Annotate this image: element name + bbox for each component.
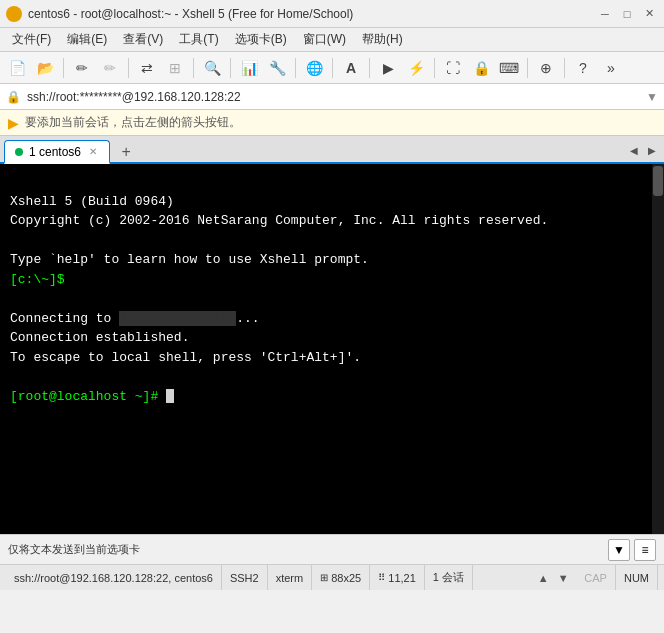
status-menu-button[interactable]: ≡ xyxy=(634,539,656,561)
bottom-position: ⠿ 11,21 xyxy=(370,565,425,590)
edit-button[interactable]: ✏ xyxy=(69,56,95,80)
maximize-button[interactable]: □ xyxy=(618,5,636,23)
lock-icon: 🔒 xyxy=(6,90,21,104)
help-button[interactable]: ? xyxy=(570,56,596,80)
terminal-wrapper: Xshell 5 (Build 0964) Copyright (c) 2002… xyxy=(0,164,664,534)
scroll-thumb xyxy=(653,166,663,196)
toolbar-btn-3[interactable]: ✏ xyxy=(97,56,123,80)
menu-tab[interactable]: 选项卡(B) xyxy=(227,29,295,50)
find-button[interactable]: 🔍 xyxy=(199,56,225,80)
zoomin-button[interactable]: ⊕ xyxy=(533,56,559,80)
bottom-arrows: ▲ ▼ xyxy=(534,569,572,587)
status-dropdown-button[interactable]: ▼ xyxy=(608,539,630,561)
connect-button[interactable]: ⚡ xyxy=(403,56,429,80)
menu-window[interactable]: 窗口(W) xyxy=(295,29,354,50)
bottom-protocol: SSH2 xyxy=(222,565,268,590)
tab-centos6[interactable]: 1 centos6 ✕ xyxy=(4,140,110,164)
window-title: centos6 - root@localhost:~ - Xshell 5 (F… xyxy=(28,7,596,21)
toolbar-separator-3 xyxy=(193,58,194,78)
toolbar-separator-10 xyxy=(564,58,565,78)
lock-button[interactable]: 🔒 xyxy=(468,56,494,80)
more-button[interactable]: » xyxy=(598,56,624,80)
bottom-numlock: NUM xyxy=(616,565,658,590)
terminal-cursor xyxy=(166,389,174,403)
web-button[interactable]: 🌐 xyxy=(301,56,327,80)
close-button[interactable]: ✕ xyxy=(640,5,658,23)
bottom-down-button[interactable]: ▼ xyxy=(554,569,572,587)
toolbar-separator-2 xyxy=(128,58,129,78)
status-text: 仅将文本发送到当前选项卡 xyxy=(8,542,604,557)
bottom-sessions: 1 会话 xyxy=(425,565,473,590)
tab-nav: ◀ ▶ xyxy=(626,142,660,158)
toolbar-separator-6 xyxy=(332,58,333,78)
address-dropdown-arrow[interactable]: ▼ xyxy=(646,90,658,104)
bottom-bar: ssh://root@192.168.120.128:22, centos6 S… xyxy=(0,564,664,590)
menu-tools[interactable]: 工具(T) xyxy=(171,29,226,50)
menu-file[interactable]: 文件(F) xyxy=(4,29,59,50)
font-button[interactable]: A xyxy=(338,56,364,80)
info-bar: ▶ 要添加当前会话，点击左侧的箭头按钮。 xyxy=(0,110,664,136)
terminal-scrollbar[interactable] xyxy=(652,164,664,534)
tab-next-button[interactable]: ▶ xyxy=(644,142,660,158)
app-icon xyxy=(6,6,22,22)
tab-prev-button[interactable]: ◀ xyxy=(626,142,642,158)
address-text[interactable]: ssh://root:*********@192.168.120.128:22 xyxy=(27,90,640,104)
term-line-1: Xshell 5 (Build 0964) Copyright (c) 2002… xyxy=(10,194,548,404)
address-bar: 🔒 ssh://root:*********@192.168.120.128:2… xyxy=(0,84,664,110)
bottom-connection: ssh://root@192.168.120.128:22, centos6 xyxy=(6,565,222,590)
toolbar-btn-8[interactable]: 🔧 xyxy=(264,56,290,80)
status-bar: 仅将文本发送到当前选项卡 ▼ ≡ xyxy=(0,534,664,564)
keyboard-button[interactable]: ⌨ xyxy=(496,56,522,80)
bottom-capslock: CAP xyxy=(576,565,616,590)
info-icon: ▶ xyxy=(8,115,19,131)
tab-status-dot xyxy=(15,148,23,156)
fullscreen-button[interactable]: ⛶ xyxy=(440,56,466,80)
toolbar-separator-8 xyxy=(434,58,435,78)
tab-bar: 1 centos6 ✕ + ◀ ▶ xyxy=(0,136,664,164)
terminal[interactable]: Xshell 5 (Build 0964) Copyright (c) 2002… xyxy=(0,164,664,534)
menu-bar: 文件(F) 编辑(E) 查看(V) 工具(T) 选项卡(B) 窗口(W) 帮助(… xyxy=(0,28,664,52)
bottom-up-button[interactable]: ▲ xyxy=(534,569,552,587)
tab-add-button[interactable]: + xyxy=(114,142,138,162)
menu-help[interactable]: 帮助(H) xyxy=(354,29,411,50)
transfer-button[interactable]: ⇄ xyxy=(134,56,160,80)
bottom-cols: ⊞ 88x25 xyxy=(312,565,370,590)
window-controls: ─ □ ✕ xyxy=(596,5,658,23)
toolbar-separator-7 xyxy=(369,58,370,78)
open-button[interactable]: 📂 xyxy=(32,56,58,80)
toolbar-separator-4 xyxy=(230,58,231,78)
bottom-terminal: xterm xyxy=(268,565,313,590)
info-text: 要添加当前会话，点击左侧的箭头按钮。 xyxy=(25,114,241,131)
minimize-button[interactable]: ─ xyxy=(596,5,614,23)
tab-label: 1 centos6 xyxy=(29,145,81,159)
toolbar-separator-5 xyxy=(295,58,296,78)
menu-edit[interactable]: 编辑(E) xyxy=(59,29,115,50)
title-bar: centos6 - root@localhost:~ - Xshell 5 (F… xyxy=(0,0,664,28)
menu-view[interactable]: 查看(V) xyxy=(115,29,171,50)
toolbar: 📄 📂 ✏ ✏ ⇄ ⊞ 🔍 📊 🔧 🌐 A ▶ ⚡ ⛶ 🔒 ⌨ ⊕ ? » xyxy=(0,52,664,84)
tab-close-button[interactable]: ✕ xyxy=(87,145,99,158)
script-button[interactable]: ▶ xyxy=(375,56,401,80)
terminal-content: Xshell 5 (Build 0964) Copyright (c) 2002… xyxy=(0,164,664,434)
toolbar-separator-1 xyxy=(63,58,64,78)
new-session-button[interactable]: 📄 xyxy=(4,56,30,80)
file-transfer-button[interactable]: 📊 xyxy=(236,56,262,80)
toolbar-btn-5[interactable]: ⊞ xyxy=(162,56,188,80)
toolbar-separator-9 xyxy=(527,58,528,78)
